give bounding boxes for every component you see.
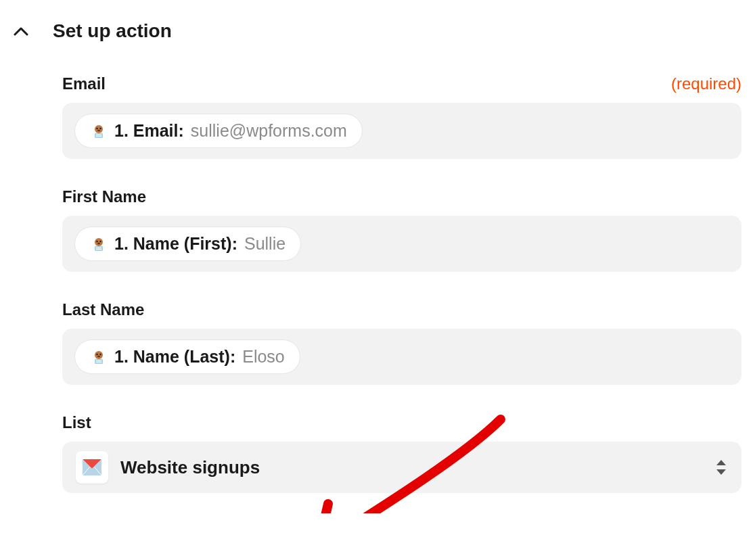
svg-point-2	[99, 127, 101, 129]
svg-point-15	[96, 353, 97, 354]
field-last-name: Last Name 1. N	[62, 300, 741, 385]
svg-point-9	[99, 240, 101, 241]
svg-point-1	[96, 127, 97, 129]
svg-point-7	[95, 238, 103, 246]
section-header[interactable]: Set up action	[14, 20, 741, 42]
mapped-pill-email[interactable]: 1. Email: sullie@wpforms.com	[74, 114, 363, 148]
svg-rect-11	[95, 246, 103, 251]
section-title: Set up action	[53, 20, 172, 42]
field-label-first-name: First Name	[62, 187, 146, 206]
field-first-name: First Name 1.	[62, 187, 741, 272]
svg-point-0	[95, 125, 103, 133]
svg-point-10	[97, 242, 100, 244]
wpforms-icon	[90, 122, 108, 140]
field-label-email: Email	[62, 74, 106, 93]
svg-rect-18	[95, 359, 103, 364]
list-selected-value: Website signups	[120, 457, 260, 478]
mapped-pill-last-name[interactable]: 1. Name (Last): Eloso	[74, 340, 300, 374]
pill-prefix: 1. Name (First):	[114, 234, 237, 254]
field-input-first-name[interactable]: 1. Name (First): Sullie	[62, 216, 741, 272]
sendfox-icon	[76, 451, 108, 484]
wpforms-icon	[90, 348, 108, 366]
svg-point-16	[99, 353, 101, 354]
pill-value: Sullie	[244, 234, 285, 254]
pill-value: Eloso	[242, 347, 285, 367]
wpforms-icon	[90, 235, 108, 253]
sort-caret-icon	[714, 458, 728, 477]
chevron-up-icon[interactable]	[14, 24, 28, 39]
svg-point-3	[97, 129, 100, 131]
field-label-last-name: Last Name	[62, 300, 144, 319]
field-email: Email (required)	[62, 74, 741, 159]
pill-prefix: 1. Name (Last):	[114, 347, 235, 367]
svg-point-17	[97, 355, 100, 357]
field-label-list: List	[62, 413, 91, 432]
svg-rect-4	[95, 133, 103, 138]
svg-point-8	[96, 240, 97, 241]
list-select[interactable]: Website signups	[62, 442, 741, 493]
pill-value: sullie@wpforms.com	[191, 121, 347, 141]
pill-prefix: 1. Email:	[114, 121, 184, 141]
field-list: List Website signups	[62, 413, 741, 493]
field-input-last-name[interactable]: 1. Name (Last): Eloso	[62, 329, 741, 385]
mapped-pill-first-name[interactable]: 1. Name (First): Sullie	[74, 227, 301, 261]
field-input-email[interactable]: 1. Email: sullie@wpforms.com	[62, 103, 741, 159]
required-tag: (required)	[671, 74, 741, 93]
svg-point-14	[95, 351, 103, 359]
